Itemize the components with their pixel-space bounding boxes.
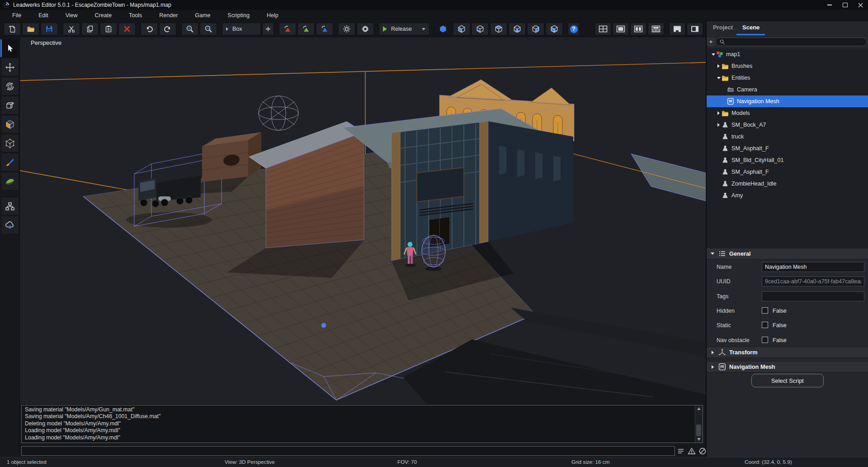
- help-button[interactable]: ?: [568, 23, 580, 35]
- menu-item-scripting[interactable]: Scripting: [219, 10, 258, 21]
- section-general[interactable]: General: [707, 248, 868, 259]
- extrude-tool-button[interactable]: [1, 96, 19, 114]
- scroll-up-icon[interactable]: [697, 407, 701, 410]
- maximize-button[interactable]: [837, 0, 853, 10]
- layout-split-2-button[interactable]: [630, 23, 646, 35]
- delete-button[interactable]: [118, 23, 136, 35]
- tab-scene[interactable]: Scene: [742, 24, 760, 31]
- section-navmesh[interactable]: Navigation Mesh: [707, 361, 868, 372]
- options-button[interactable]: [357, 23, 374, 35]
- tree-item-camera[interactable]: Camera: [707, 84, 868, 95]
- cube-right-face-button[interactable]: [527, 23, 544, 35]
- menu-item-render[interactable]: Render: [151, 10, 186, 21]
- run-settings-button[interactable]: [338, 23, 355, 35]
- tree-item-models[interactable]: Models: [707, 107, 868, 119]
- cloud-download-button[interactable]: [1, 216, 19, 234]
- tree-item-sm-bock-a7[interactable]: SM_Bock_A7: [707, 119, 868, 131]
- layout-single-button[interactable]: [613, 23, 629, 35]
- paint-tool-button[interactable]: [1, 153, 19, 172]
- undo-button[interactable]: [141, 23, 158, 35]
- gizmo-handle[interactable]: [321, 323, 326, 328]
- tree-item-brushes[interactable]: Brushes: [707, 60, 868, 72]
- warnings-filter-button[interactable]: [687, 447, 696, 455]
- copy-button[interactable]: [81, 23, 99, 35]
- new-map-button[interactable]: [4, 23, 21, 35]
- add-primitive-button[interactable]: [262, 23, 274, 35]
- cut-button[interactable]: [63, 23, 80, 35]
- name-field[interactable]: [762, 262, 864, 272]
- move-tool-button[interactable]: [1, 58, 19, 76]
- select-script-button[interactable]: Select Script: [751, 374, 824, 387]
- hidden-checkbox[interactable]: [762, 307, 768, 314]
- tags-field[interactable]: [762, 291, 864, 301]
- face-select-tool-button[interactable]: [1, 115, 19, 133]
- select-tool-button[interactable]: [1, 39, 19, 57]
- cube-solid-button[interactable]: [434, 23, 452, 35]
- static-checkbox[interactable]: [762, 322, 768, 328]
- uuid-field[interactable]: [762, 276, 864, 286]
- add-entity-button[interactable]: [708, 38, 714, 46]
- hierarchy-tool-button[interactable]: [1, 197, 19, 215]
- section-transform[interactable]: Transform: [707, 347, 868, 358]
- console-output[interactable]: Saving material "Models/Amy/Gun_mat.mat"…: [21, 405, 703, 443]
- menu-item-file[interactable]: File: [4, 10, 30, 21]
- tree-collapsed-arrow[interactable]: [717, 64, 720, 68]
- cube-bottom-left-button[interactable]: [472, 23, 489, 35]
- command-input[interactable]: [21, 446, 675, 456]
- brick-building[interactable]: [249, 121, 364, 248]
- zoom-out-button[interactable]: [200, 23, 217, 35]
- tree-item-navigation-mesh[interactable]: Navigation Mesh: [707, 95, 868, 107]
- road-right[interactable]: [511, 308, 706, 357]
- search-input[interactable]: [725, 38, 867, 46]
- cube-bottom-face-button[interactable]: [509, 23, 526, 35]
- layout-split-3-button[interactable]: [648, 23, 664, 35]
- tree-item-amy[interactable]: Amy: [707, 190, 868, 201]
- tree-collapsed-arrow[interactable]: [717, 123, 720, 127]
- perspective-viewport[interactable]: Perspective: [20, 37, 706, 404]
- tree-item-sm-bld-cityhall-01[interactable]: SM_Bld_CityHall_01: [707, 154, 868, 166]
- close-button[interactable]: [853, 0, 868, 10]
- toggle-side-panel-button[interactable]: [687, 23, 703, 35]
- rotate-tool-button[interactable]: [1, 77, 19, 95]
- rotate-z-button[interactable]: [316, 23, 333, 35]
- vertex-select-tool-button[interactable]: [1, 134, 19, 152]
- paste-button[interactable]: [100, 23, 117, 35]
- menu-item-tools[interactable]: Tools: [120, 10, 151, 21]
- redo-button[interactable]: [159, 23, 176, 35]
- menu-item-view[interactable]: View: [57, 10, 86, 21]
- cube-left-half-button[interactable]: [546, 23, 563, 35]
- zoom-in-button[interactable]: [181, 23, 198, 35]
- tree-item-entities[interactable]: Entities: [707, 72, 868, 84]
- layout-grid-4-button[interactable]: [595, 23, 611, 35]
- open-map-button[interactable]: [22, 23, 39, 35]
- tree-item-zombiehead-idle[interactable]: ZombieHead_Idle: [707, 178, 868, 190]
- nav-obstacle-checkbox[interactable]: [762, 337, 768, 343]
- toggle-console-panel-button[interactable]: [669, 23, 685, 35]
- terrain-tool-button[interactable]: [1, 172, 19, 191]
- tree-item-sm-asphalt-f[interactable]: SM_Asphalt_F: [707, 166, 868, 178]
- tree-item-truck[interactable]: truck: [707, 131, 868, 143]
- wireframe-dome[interactable]: [259, 96, 298, 130]
- cube-left-face-button[interactable]: [453, 23, 470, 35]
- primitive-dropdown[interactable]: Box: [222, 23, 261, 35]
- scroll-down-icon[interactable]: [697, 438, 701, 441]
- rotate-y-button[interactable]: [297, 23, 315, 35]
- tree-expanded-arrow[interactable]: [712, 53, 715, 56]
- tree-expanded-arrow[interactable]: [717, 77, 721, 79]
- minimize-button[interactable]: [822, 0, 837, 10]
- tab-project[interactable]: Project: [713, 24, 733, 31]
- scroll-thumb[interactable]: [696, 424, 701, 436]
- rotate-x-button[interactable]: [279, 23, 296, 35]
- tree-item-sm-asphalt-f[interactable]: SM_Asphalt_F: [707, 143, 868, 154]
- release-dropdown[interactable]: Release: [379, 23, 429, 35]
- save-map-button[interactable]: [41, 23, 58, 35]
- menu-item-create[interactable]: Create: [86, 10, 121, 21]
- menu-item-help[interactable]: Help: [258, 10, 287, 21]
- tree-item-map1[interactable]: map1: [707, 48, 868, 60]
- tree-collapsed-arrow[interactable]: [717, 111, 720, 115]
- menu-item-edit[interactable]: Edit: [30, 10, 57, 21]
- asphalt-slab[interactable]: [631, 154, 706, 201]
- cube-top-face-button[interactable]: [490, 23, 507, 35]
- menu-item-game[interactable]: Game: [186, 10, 219, 21]
- console-scrollbar[interactable]: [695, 405, 703, 443]
